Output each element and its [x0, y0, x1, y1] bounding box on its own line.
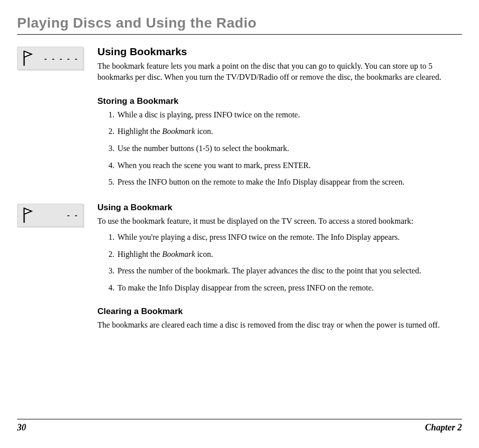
- section-storing-title: Storing a Bookmark: [97, 96, 462, 106]
- storing-steps-list: While a disc is playing, press INFO twic…: [97, 109, 462, 188]
- list-item: Highlight the Bookmark icon.: [116, 126, 462, 137]
- title-rule: [17, 34, 462, 35]
- section-clearing-title: Clearing a Bookmark: [97, 307, 462, 317]
- list-item: Press the number of the bookmark. The pl…: [116, 265, 462, 276]
- chapter-label: Chapter 2: [425, 422, 462, 433]
- bookmark-icon-box-2: - -: [17, 204, 83, 227]
- flag-icon: [22, 207, 33, 224]
- list-item: When you reach the scene you want to mar…: [116, 160, 462, 171]
- icon-dashes-1: - - - - -: [33, 54, 79, 63]
- list-item: Press the INFO button on the remote to m…: [116, 177, 462, 188]
- footer-rule: [17, 419, 462, 419]
- list-item: To make the Info Display disappear from …: [116, 282, 462, 293]
- section-using-bookmarks-intro: The bookmark feature lets you mark a poi…: [97, 61, 462, 83]
- page-number: 30: [17, 422, 26, 433]
- section-clearing-body: The bookmarks are cleared each time a di…: [97, 320, 462, 331]
- bookmark-icon-box-1: - - - - -: [17, 47, 83, 70]
- using-steps-list: While you're playing a disc, press INFO …: [97, 232, 462, 293]
- flag-icon: [22, 50, 33, 67]
- section-using-a-bookmark-title: Using a Bookmark: [97, 203, 462, 213]
- section-using-a-bookmark-intro: To use the bookmark feature, it must be …: [97, 216, 462, 227]
- chapter-title: Playing Discs and Using the Radio: [17, 15, 462, 31]
- list-item: While you're playing a disc, press INFO …: [116, 232, 462, 243]
- section-using-bookmarks-title: Using Bookmarks: [97, 46, 462, 58]
- list-item: While a disc is playing, press INFO twic…: [116, 109, 462, 120]
- svg-marker-3: [24, 208, 32, 214]
- svg-marker-1: [24, 51, 32, 57]
- list-item: Use the number buttons (1-5) to select t…: [116, 143, 462, 154]
- page-footer: 30 Chapter 2: [17, 419, 462, 433]
- list-item: Highlight the Bookmark icon.: [116, 249, 462, 260]
- icon-dashes-2: - -: [33, 211, 79, 219]
